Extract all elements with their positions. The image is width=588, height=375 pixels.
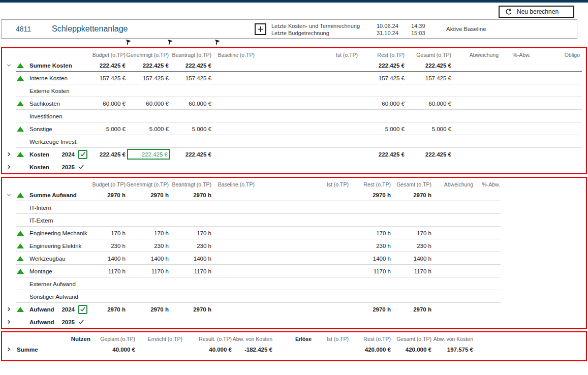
plus-icon — [257, 26, 264, 33]
table-row[interactable]: Summe40.000 €40.000 €-182.425 €420.000 €… — [2, 343, 586, 356]
cell-beantragt: 230 h — [170, 239, 213, 252]
table-row[interactable]: IT-Intern — [2, 201, 586, 214]
cell-budget — [92, 84, 127, 97]
cell-baseline — [213, 122, 256, 135]
cell-abweichung — [433, 277, 475, 290]
table-row[interactable]: Kosten2024222.425 €222.425 €222.425 €222… — [2, 148, 586, 161]
cell-ist — [256, 189, 350, 201]
cell-genehmigt: 1170 h — [127, 265, 170, 277]
cell-beantragt — [170, 135, 213, 148]
filter-icon[interactable] — [213, 40, 220, 46]
trend-up-icon — [16, 252, 28, 265]
cell-baseline — [213, 265, 256, 277]
filter-icon[interactable] — [166, 40, 173, 46]
column-header-prozent-abw: %-Abw. — [500, 48, 532, 59]
table-row[interactable]: Aufwand20242970 h2970 h2970 h2970 h2970 … — [2, 303, 586, 316]
row-label: Werkzeugbau — [28, 252, 92, 265]
column-header-baseline: Baseline (o.TP) — [213, 48, 256, 59]
table-row[interactable]: Summe Aufwand2970 h2970 h2970 h2970 h297… — [2, 189, 586, 201]
table-header-row: Budget (o.TP)Genehmigt (o.TP)Beantragt (… — [2, 48, 586, 59]
cell-prozent-abw — [500, 135, 532, 148]
checkbox[interactable] — [78, 305, 87, 314]
icon-slot — [16, 110, 28, 122]
expand-chevron-icon[interactable] — [2, 189, 16, 201]
info-label: Letzte Budgetrechnung — [271, 29, 377, 37]
active-baseline-label: Aktive Baseline — [446, 20, 486, 38]
expand-chevron-icon[interactable] — [2, 161, 16, 173]
cell-baseline — [213, 189, 256, 201]
checkbox-cell — [78, 316, 92, 328]
cell-baseline — [213, 97, 256, 110]
column-header-obligo: Obligo — [532, 48, 581, 59]
column-header-abweichung: Abweichung — [433, 178, 475, 189]
cell-genehmigt — [127, 110, 170, 122]
icon-slot — [16, 84, 28, 97]
table-row[interactable]: Engineering Mechanik170 h170 h170 h170 h… — [2, 227, 586, 239]
row-label: Investitionen — [28, 110, 92, 122]
table-row[interactable]: Summe Kosten222.425 €222.425 €222.425 €2… — [2, 59, 586, 72]
column-header-gesamt: Gesamt (o.TP) — [406, 48, 453, 59]
column-header-ist: Ist (o.TP) — [256, 178, 350, 189]
table-row[interactable]: IT-Extern — [2, 214, 586, 227]
table-row[interactable]: Kosten2025 — [2, 161, 586, 173]
trend-up-icon — [16, 97, 28, 110]
cell-result: 40.000 € — [184, 343, 233, 356]
cell-ist — [256, 303, 350, 316]
cell-gesamt — [406, 110, 453, 122]
cell-erreicht — [137, 343, 184, 356]
table-row[interactable]: Sonstiger Aufwand — [2, 290, 586, 303]
column-header-prozent-abw: %-Abw. — [475, 178, 502, 189]
cell-budget — [92, 110, 127, 122]
cell-ist — [256, 97, 359, 110]
table-row[interactable]: Sonstige5.000 €5.000 €5.000 €5.000 €5.00… — [2, 122, 586, 135]
cell-obligo — [532, 97, 581, 110]
cell-obligo — [532, 72, 581, 84]
table-row[interactable]: Montage1170 h1170 h1170 h1170 h1170 h — [2, 265, 586, 277]
cell-rest: 2970 h — [350, 303, 392, 316]
cell-ist — [256, 110, 359, 122]
cell-gesamt: 157.425 € — [406, 72, 453, 84]
table-row[interactable]: Externe Kosten — [2, 84, 586, 97]
trend-up-icon — [17, 307, 24, 312]
filter-icon[interactable] — [125, 40, 131, 46]
expand-chevron-icon[interactable] — [2, 148, 16, 161]
row-label: Sonstige — [28, 122, 92, 135]
table-row[interactable]: Interne Kosten157.425 €157.425 €157.425 … — [2, 72, 586, 84]
checkmark-icon[interactable] — [78, 164, 84, 170]
cell-obligo — [532, 135, 581, 148]
table-row[interactable]: Engineering Elektrik230 h230 h230 h230 h… — [2, 239, 586, 252]
cell-beantragt — [170, 290, 213, 303]
checkbox[interactable] — [78, 150, 87, 159]
checkmark-icon[interactable] — [78, 319, 84, 325]
icon-slot — [16, 277, 28, 290]
row-label: IT-Intern — [28, 201, 92, 214]
cell-budget: 170 h — [92, 227, 127, 239]
chevron-slot — [2, 97, 16, 110]
column-header-gesamt: Gesamt (o.TP) — [392, 332, 433, 343]
icon-slot — [16, 214, 28, 227]
expand-chevron-icon[interactable] — [2, 59, 16, 72]
cell-beantragt: 5.000 € — [170, 122, 213, 135]
table-row[interactable]: Aufwand2025 — [2, 316, 586, 328]
chevron-slot — [2, 214, 16, 227]
expand-chevron-icon[interactable] — [2, 303, 16, 316]
icon-slot — [16, 201, 28, 214]
cell-rest — [350, 277, 392, 290]
cell-abweichung — [433, 214, 475, 227]
edit-field-genehmigt[interactable]: 222.425 € — [127, 149, 170, 160]
table-row[interactable]: Sachkosten60.000 €60.000 €60.000 €60.000… — [2, 97, 586, 110]
add-button[interactable] — [255, 23, 266, 35]
table-row[interactable]: Werkzeugbau1400 h1400 h1400 h1400 h1400 … — [2, 252, 586, 265]
expand-chevron-icon[interactable] — [2, 343, 16, 356]
column-header-ist: Ist (o.TP) — [256, 48, 359, 59]
expand-chevron-icon[interactable] — [2, 316, 16, 328]
row-label: Montage — [28, 265, 92, 277]
table-row[interactable]: Werkzeuge Invest. — [2, 135, 586, 148]
chevron-slot — [2, 110, 16, 122]
recalculate-button[interactable]: Neu berechnen — [499, 6, 574, 18]
table-row[interactable]: Externer Aufwand — [2, 277, 586, 290]
kosten-table: Budget (o.TP)Genehmigt (o.TP)Beantragt (… — [1, 47, 587, 174]
cell-baseline — [213, 227, 256, 239]
table-row[interactable]: Investitionen — [2, 110, 586, 122]
cell-rest: 1400 h — [350, 252, 392, 265]
